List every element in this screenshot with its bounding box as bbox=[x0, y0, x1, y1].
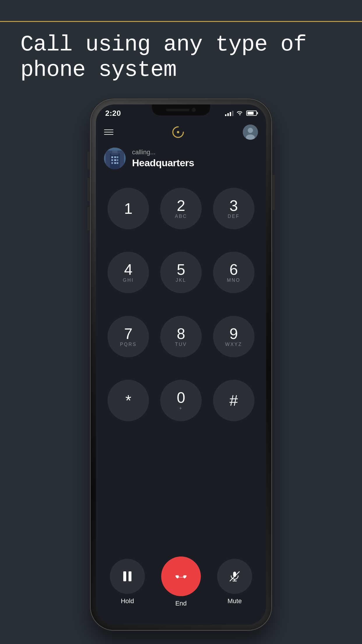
headline-text: Call using any type of phone system bbox=[20, 32, 342, 83]
svg-rect-11 bbox=[114, 156, 116, 158]
dial-number-1: 1 bbox=[124, 201, 133, 216]
battery-fill bbox=[247, 112, 254, 115]
dialpad: 1 2 ABC 3 DEF 4 GHI 5 JKL bbox=[96, 179, 266, 430]
logo-icon bbox=[171, 125, 185, 139]
wifi-icon bbox=[236, 109, 243, 117]
dial-button-star[interactable]: * bbox=[108, 380, 149, 421]
dial-button-0[interactable]: 0 + bbox=[160, 380, 202, 421]
notch-camera bbox=[192, 108, 196, 112]
volume-down-button bbox=[87, 207, 90, 230]
svg-rect-18 bbox=[117, 162, 118, 164]
svg-rect-7 bbox=[110, 153, 120, 169]
mute-label: Mute bbox=[228, 597, 242, 605]
dial-button-6[interactable]: 6 MNO bbox=[213, 252, 254, 293]
dial-letters-2: ABC bbox=[175, 214, 187, 219]
call-controls: Hold End bbox=[96, 556, 266, 607]
hamburger-line-3 bbox=[104, 134, 113, 135]
caller-text: calling... Headquarters bbox=[132, 148, 194, 169]
app-logo bbox=[171, 125, 185, 139]
dial-letters-4: GHI bbox=[123, 278, 134, 283]
signal-bar-4 bbox=[232, 111, 233, 116]
hold-button[interactable]: Hold bbox=[110, 559, 145, 605]
caller-name: Headquarters bbox=[132, 157, 194, 169]
phone-shell: 2:20 bbox=[91, 99, 271, 630]
svg-rect-16 bbox=[111, 162, 113, 164]
battery-icon bbox=[246, 111, 257, 116]
svg-rect-15 bbox=[117, 159, 118, 161]
signal-bar-1 bbox=[225, 114, 226, 116]
caller-info: calling... Headquarters bbox=[104, 148, 194, 169]
caller-avatar bbox=[104, 148, 126, 169]
svg-point-3 bbox=[248, 128, 253, 133]
dial-number-4: 4 bbox=[124, 262, 133, 277]
dial-letters-3: DEF bbox=[228, 214, 240, 219]
hold-circle bbox=[110, 559, 145, 594]
dial-button-hash[interactable]: # bbox=[213, 380, 254, 421]
dial-letters-8: TUV bbox=[175, 342, 187, 347]
mute-button[interactable]: Mute bbox=[217, 559, 252, 605]
dial-number-star: * bbox=[125, 393, 131, 408]
svg-rect-14 bbox=[114, 159, 116, 161]
calling-label: calling... bbox=[132, 148, 194, 156]
svg-rect-10 bbox=[111, 156, 113, 158]
dial-button-9[interactable]: 9 WXYZ bbox=[213, 316, 254, 357]
dial-number-7: 7 bbox=[124, 326, 133, 341]
dial-button-7[interactable]: 7 PQRS bbox=[108, 316, 149, 357]
status-icons bbox=[225, 109, 257, 117]
dial-button-2[interactable]: 2 ABC bbox=[160, 188, 202, 229]
dial-number-2: 2 bbox=[177, 198, 185, 213]
end-label: End bbox=[175, 600, 187, 607]
dial-button-1[interactable]: 1 bbox=[108, 188, 149, 229]
svg-rect-17 bbox=[114, 162, 116, 164]
pause-bar-right bbox=[129, 571, 131, 581]
svg-rect-9 bbox=[112, 150, 117, 153]
svg-point-1 bbox=[177, 131, 179, 133]
mute-circle bbox=[217, 559, 252, 594]
mute-button-physical bbox=[87, 152, 90, 169]
dial-number-8: 8 bbox=[177, 326, 185, 341]
phone-screen: 2:20 bbox=[96, 104, 266, 625]
accent-line bbox=[0, 21, 362, 22]
dial-button-3[interactable]: 3 DEF bbox=[213, 188, 254, 229]
signal-icon bbox=[225, 110, 233, 116]
dial-button-4[interactable]: 4 GHI bbox=[108, 252, 149, 293]
dial-number-0: 0 bbox=[177, 390, 185, 405]
signal-bar-3 bbox=[230, 112, 231, 116]
caller-avatar-image bbox=[104, 148, 126, 169]
menu-button[interactable] bbox=[104, 130, 113, 135]
dial-letters-9: WXYZ bbox=[225, 342, 242, 347]
svg-rect-13 bbox=[111, 159, 113, 161]
svg-rect-12 bbox=[117, 156, 118, 158]
signal-bar-2 bbox=[227, 113, 229, 116]
dial-number-3: 3 bbox=[229, 198, 238, 213]
pause-bar-left bbox=[123, 571, 126, 581]
dial-button-5[interactable]: 5 JKL bbox=[160, 252, 202, 293]
end-call-button[interactable]: End bbox=[161, 556, 201, 607]
pause-icon bbox=[123, 571, 131, 581]
app-header bbox=[96, 122, 266, 142]
end-call-circle bbox=[161, 556, 201, 596]
mute-icon bbox=[228, 570, 241, 583]
dial-letters-6: MNO bbox=[227, 278, 240, 283]
status-time: 2:20 bbox=[105, 109, 121, 118]
power-button bbox=[272, 175, 275, 210]
dial-number-hash: # bbox=[229, 393, 238, 408]
hamburger-line-2 bbox=[104, 132, 113, 132]
phone-mockup: 2:20 bbox=[91, 99, 271, 630]
volume-up-button bbox=[87, 178, 90, 201]
dial-letters-0: + bbox=[179, 406, 183, 411]
avatar-image bbox=[243, 125, 258, 140]
dial-letters-5: JKL bbox=[176, 278, 187, 283]
dial-number-9: 9 bbox=[229, 326, 238, 341]
user-avatar[interactable] bbox=[243, 125, 258, 140]
phone-end-icon bbox=[174, 569, 188, 583]
dial-number-5: 5 bbox=[177, 262, 185, 277]
dial-number-6: 6 bbox=[229, 262, 238, 277]
notch-speaker bbox=[166, 109, 189, 111]
dial-button-8[interactable]: 8 TUV bbox=[160, 316, 202, 357]
dial-letters-7: PQRS bbox=[120, 342, 137, 347]
phone-notch bbox=[152, 104, 210, 116]
hamburger-line-1 bbox=[104, 130, 113, 130]
hold-label: Hold bbox=[121, 597, 134, 605]
